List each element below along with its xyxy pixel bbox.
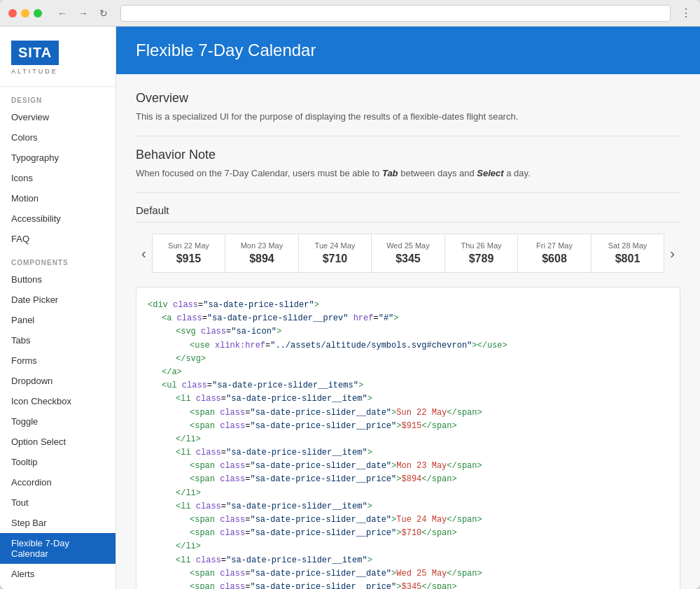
logo-wordmark: SITA <box>11 41 59 65</box>
minimize-button[interactable] <box>21 9 29 17</box>
default-label: Default <box>136 204 680 222</box>
slider-item-2[interactable]: Tue 24 May $710 <box>299 234 372 273</box>
sidebar-item-date-picker[interactable]: Date Picker <box>0 290 115 310</box>
reload-button[interactable]: ↻ <box>97 6 111 20</box>
divider-1 <box>136 136 680 136</box>
slider-price-3: $345 <box>377 253 439 265</box>
sidebar-item-flexible-7-day[interactable]: Flexible 7-Day Calendar <box>0 533 115 564</box>
main-content: Flexible 7-Day Calendar Overview This is… <box>116 27 700 589</box>
slider-item-4[interactable]: Thu 26 May $789 <box>445 234 519 273</box>
code-line-0: <div class="sa-date-price-slider"> <box>148 299 668 312</box>
browser-titlebar: ← → ↻ ⋮ <box>0 0 700 27</box>
slider-item-3[interactable]: Wed 25 May $345 <box>372 234 445 273</box>
content-body: Overview This is a specialized UI for th… <box>116 74 700 589</box>
close-button[interactable] <box>8 9 17 17</box>
code-line-5: </a> <box>148 366 668 379</box>
sidebar-item-buttons[interactable]: Buttons <box>0 269 115 290</box>
code-line-19: <li class="sa-date-price-slider__item"> <box>148 554 668 567</box>
slider-date-5: Fri 27 May <box>524 241 585 250</box>
behavior-desc: When focused on the 7-Day Calendar, user… <box>136 168 680 178</box>
code-line-12: <span class="sa-date-price-slider__date"… <box>148 460 668 473</box>
next-arrow-button[interactable]: › <box>664 246 680 262</box>
back-button[interactable]: ← <box>55 6 70 20</box>
maximize-button[interactable] <box>34 9 42 17</box>
slider-items: Sun 22 May $915 Mon 23 May $894 Tue 24 M… <box>152 234 665 273</box>
sidebar-item-panel[interactable]: Panel <box>0 310 115 330</box>
slider-price-5: $608 <box>524 253 585 265</box>
behavior-text-between: between days and <box>398 168 477 178</box>
sidebar-item-overview[interactable]: Overview <box>0 107 115 127</box>
sidebar-item-accessibility[interactable]: Accessibility <box>0 208 115 229</box>
code-line-11: <li class="sa-date-price-slider__item"> <box>148 446 668 460</box>
sidebar-item-option-select[interactable]: Option Select <box>0 432 115 452</box>
sidebar-item-forms[interactable]: Forms <box>0 350 115 371</box>
calendar-slider: ‹ Sun 22 May $915 Mon 23 May $894 Tue 24… <box>136 234 680 273</box>
code-line-4: </svg> <box>148 353 668 366</box>
overview-title: Overview <box>136 91 680 106</box>
sidebar-item-colors[interactable]: Colors <box>0 127 115 148</box>
slider-price-6: $801 <box>597 253 659 265</box>
slider-date-2: Tue 24 May <box>304 241 366 250</box>
code-line-14: </li> <box>148 487 668 500</box>
code-line-10: </li> <box>148 433 668 446</box>
browser-menu-button[interactable]: ⋮ <box>680 6 692 20</box>
code-line-21: <span class="sa-date-price-slider__price… <box>148 581 668 589</box>
slider-date-4: Thu 26 May <box>451 241 512 250</box>
behavior-tab-keyword: Tab <box>382 168 398 178</box>
sidebar-item-faq[interactable]: FAQ <box>0 229 115 249</box>
slider-date-3: Wed 25 May <box>377 241 439 250</box>
slider-date-6: Sat 28 May <box>597 241 659 250</box>
slider-item-5[interactable]: Fri 27 May $608 <box>518 234 592 273</box>
sidebar-item-icon-checkbox[interactable]: Icon Checkbox <box>0 391 115 411</box>
overview-desc: This is a specialized UI for the purpose… <box>136 111 680 122</box>
page-title: Flexible 7-Day Calendar <box>136 41 680 60</box>
sidebar-item-accordion[interactable]: Accordion <box>0 472 115 492</box>
behavior-title: Behavior Note <box>136 148 680 162</box>
app-container: SITA ALTITUDE DESIGN Overview Colors Typ… <box>0 27 700 589</box>
slider-price-4: $789 <box>451 253 512 265</box>
sidebar-item-motion[interactable]: Motion <box>0 188 115 208</box>
behavior-text-before: When focused on the 7-Day Calendar, user… <box>136 168 382 178</box>
slider-date-0: Sun 22 May <box>158 241 220 250</box>
code-line-2: <svg class="sa-icon"> <box>148 325 668 339</box>
code-line-9: <span class="sa-date-price-slider__price… <box>148 420 668 433</box>
browser-window: ← → ↻ ⋮ SITA ALTITUDE DESIGN Overview Co… <box>0 0 700 589</box>
code-line-6: <ul class="sa-date-price-slider__items"> <box>148 379 668 392</box>
sidebar-item-toggle[interactable]: Toggle <box>0 411 115 432</box>
sidebar-item-tooltip[interactable]: Tooltip <box>0 452 115 472</box>
code-line-18: </li> <box>148 540 668 553</box>
design-section-label: DESIGN <box>0 87 115 107</box>
code-block: <div class="sa-date-price-slider"> <a cl… <box>136 287 680 589</box>
slider-date-1: Mon 23 May <box>231 241 293 250</box>
sidebar-item-attention-flag[interactable]: Attention Flag <box>0 584 115 589</box>
sidebar-item-tout[interactable]: Tout <box>0 492 115 513</box>
code-line-3: <use xlink:href="../assets/altitude/symb… <box>148 339 668 353</box>
code-line-13: <span class="sa-date-price-slider__price… <box>148 473 668 486</box>
page-header: Flexible 7-Day Calendar <box>116 27 700 74</box>
divider-2 <box>136 192 680 193</box>
sidebar-item-dropdown[interactable]: Dropdown <box>0 371 115 391</box>
logo-sub: ALTITUDE <box>11 68 104 75</box>
code-line-1: <a class="sa-date-price-slider__prev" hr… <box>148 312 668 325</box>
sidebar-item-alerts[interactable]: Alerts <box>0 564 115 584</box>
code-line-7: <li class="sa-date-price-slider__item"> <box>148 392 668 406</box>
code-line-15: <li class="sa-date-price-slider__item"> <box>148 500 668 513</box>
sidebar-logo: SITA ALTITUDE <box>0 27 115 87</box>
sidebar-item-tabs[interactable]: Tabs <box>0 330 115 350</box>
sidebar-item-step-bar[interactable]: Step Bar <box>0 513 115 533</box>
code-line-16: <span class="sa-date-price-slider__date"… <box>148 513 668 527</box>
sidebar-item-icons[interactable]: Icons <box>0 168 115 188</box>
slider-item-1[interactable]: Mon 23 May $894 <box>225 234 299 273</box>
code-line-20: <span class="sa-date-price-slider__date"… <box>148 567 668 581</box>
code-line-8: <span class="sa-date-price-slider__date"… <box>148 406 668 420</box>
sidebar-item-typography[interactable]: Typography <box>0 148 115 168</box>
behavior-select-keyword: Select <box>477 168 503 178</box>
forward-button[interactable]: → <box>76 6 91 20</box>
slider-item-6[interactable]: Sat 28 May $801 <box>592 234 665 273</box>
sidebar: SITA ALTITUDE DESIGN Overview Colors Typ… <box>0 27 116 589</box>
slider-item-0[interactable]: Sun 22 May $915 <box>152 234 226 273</box>
address-bar[interactable] <box>120 5 671 22</box>
code-line-17: <span class="sa-date-price-slider__price… <box>148 527 668 540</box>
prev-arrow-button[interactable]: ‹ <box>136 246 152 262</box>
behavior-text-after: a day. <box>504 168 531 178</box>
